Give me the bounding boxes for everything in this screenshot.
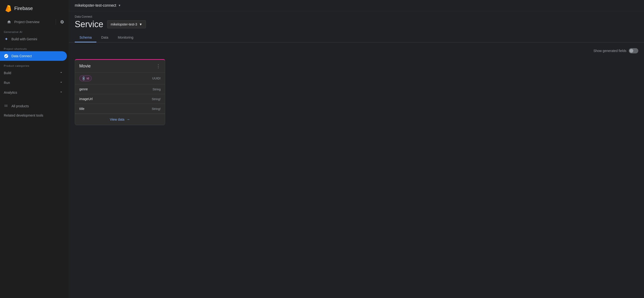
field-name-id: 🔗 id xyxy=(79,75,92,81)
sidebar: Firebase Project Overview Generative AI … xyxy=(0,0,69,298)
field-type-imageurl: String! xyxy=(152,97,161,101)
sidebar-item-label: Data Connect xyxy=(12,54,63,58)
show-generated-toggle[interactable] xyxy=(629,48,638,53)
schema-content: Show generated fields Movie ⋮ 🔗 xyxy=(69,42,644,298)
tabs-row: Schema Data Monitoring xyxy=(69,33,644,42)
id-badge: 🔗 id xyxy=(79,75,92,81)
service-dropdown-label: mikelopster-test-3 xyxy=(111,22,137,26)
all-products-label: All products xyxy=(12,104,63,108)
tab-monitoring[interactable]: Monitoring xyxy=(113,33,138,42)
service-title: Service mikelopster-test-3 ▼ xyxy=(75,19,638,29)
view-data-button[interactable]: View data → xyxy=(75,114,165,125)
chevron-down-icon xyxy=(59,80,63,85)
arrow-right-icon: → xyxy=(126,117,130,122)
home-icon xyxy=(7,20,12,24)
field-name-imageurl: imageUrl xyxy=(79,97,92,101)
field-type-id: UUID! xyxy=(152,77,161,80)
breadcrumb: Data Connect xyxy=(75,15,638,18)
sidebar-item-data-connect[interactable]: Data Connect xyxy=(0,51,67,61)
sidebar-item-all-products[interactable]: All products xyxy=(0,101,67,111)
card-header: Movie ⋮ xyxy=(75,60,165,72)
view-data-label: View data xyxy=(110,117,124,121)
section-project-shortcuts: Project shortcuts xyxy=(0,44,69,51)
project-name: mikelopster-test-connect xyxy=(75,3,116,8)
section-product-categories: Product categories xyxy=(0,61,69,68)
project-overview-item[interactable]: Project Overview xyxy=(3,18,53,26)
chevron-down-icon xyxy=(59,90,63,95)
field-row-genre: genre String xyxy=(75,84,165,94)
sidebar-item-build[interactable]: Build xyxy=(0,68,67,78)
field-row-imageurl: imageUrl String! xyxy=(75,94,165,104)
sidebar-item-run[interactable]: Run xyxy=(0,78,67,87)
field-name-title: title xyxy=(79,107,84,111)
project-overview-row: Project Overview xyxy=(0,17,69,27)
more-options-icon[interactable]: ⋮ xyxy=(156,63,161,69)
schema-card-movie: Movie ⋮ 🔗 id UUID! genre xyxy=(75,59,165,125)
grid-icon xyxy=(4,104,8,108)
topbar: mikelopster-test-connect ▼ xyxy=(69,0,644,11)
data-connect-icon xyxy=(4,54,8,58)
sidebar-item-analytics[interactable]: Analytics xyxy=(0,88,67,97)
show-generated-row: Show generated fields xyxy=(75,48,638,53)
content-area: Data Connect Service mikelopster-test-3 … xyxy=(69,11,644,298)
service-dropdown[interactable]: mikelopster-test-3 ▼ xyxy=(107,20,146,28)
tab-schema[interactable]: Schema xyxy=(75,33,96,42)
service-dropdown-arrow: ▼ xyxy=(139,22,142,26)
main-content: mikelopster-test-connect ▼ Data Connect … xyxy=(69,0,644,298)
sidebar-item-related-dev-tools[interactable]: Related development tools xyxy=(0,111,67,120)
divider xyxy=(56,19,56,25)
key-icon: 🔗 xyxy=(81,76,86,81)
section-generative-ai: Generative AI xyxy=(0,27,69,34)
field-type-title: String! xyxy=(152,107,161,111)
related-dev-tools-label: Related development tools xyxy=(4,113,63,117)
field-row-title: title String! xyxy=(75,104,165,114)
project-dropdown-arrow[interactable]: ▼ xyxy=(118,4,121,7)
settings-button[interactable] xyxy=(58,18,66,26)
sidebar-logo: Firebase xyxy=(0,0,69,17)
gemini-icon: ✦ xyxy=(4,37,8,42)
field-type-genre: String xyxy=(152,87,161,91)
card-title: Movie xyxy=(79,64,91,69)
sidebar-item-run-label: Run xyxy=(4,81,56,85)
show-generated-label: Show generated fields xyxy=(593,49,626,53)
tab-data[interactable]: Data xyxy=(96,33,113,42)
sidebar-item-build-with-gemini[interactable]: ✦ Build with Gemini xyxy=(0,34,67,44)
service-header: Data Connect Service mikelopster-test-3 … xyxy=(69,11,644,33)
project-overview-label: Project Overview xyxy=(14,20,40,24)
chevron-down-icon xyxy=(59,71,63,75)
firebase-icon xyxy=(5,4,12,13)
field-row-id: 🔗 id UUID! xyxy=(75,72,165,84)
field-name-genre: genre xyxy=(79,87,88,91)
sidebar-item-build-label: Build xyxy=(4,71,56,75)
app-name: Firebase xyxy=(14,6,33,11)
sidebar-item-label: Build with Gemini xyxy=(12,37,63,41)
sidebar-item-analytics-label: Analytics xyxy=(4,91,56,94)
toggle-knob xyxy=(630,49,633,53)
